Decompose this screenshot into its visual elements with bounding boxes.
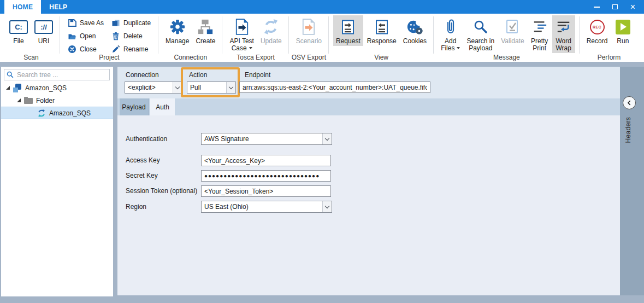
maximize-icon [612, 4, 618, 9]
authentication-select[interactable]: AWS Signature [201, 133, 332, 145]
ribbon-group-perform: REC Record Run Perform [580, 14, 639, 62]
tree-item-project-root[interactable]: Amazon_SQS [1, 81, 113, 94]
paperclip-icon [444, 19, 457, 35]
ribbon-group-scan: C: File :// URI Scan [2, 14, 60, 62]
minimize-icon [594, 7, 600, 8]
manage-label: Manage [166, 38, 189, 45]
dropdown-caret-icon [249, 47, 252, 49]
tree-item-folder[interactable]: Folder [1, 94, 113, 107]
access-key-input[interactable] [201, 155, 331, 166]
endpoint-field-label: Endpoint [245, 71, 270, 79]
maximize-button[interactable] [606, 0, 624, 14]
add-files-button[interactable]: Add Files [438, 15, 463, 53]
session-token-input[interactable] [201, 185, 331, 197]
manage-button[interactable]: Manage [163, 15, 192, 46]
tree-search-input[interactable] [16, 71, 107, 79]
headers-rail[interactable]: Headers [620, 67, 644, 295]
action-dropdown-arrow[interactable] [226, 82, 235, 93]
file-button[interactable]: C: File [7, 15, 31, 46]
duplicate-button[interactable]: Duplicate [110, 16, 152, 30]
chevron-down-icon [175, 84, 180, 89]
uri-scan-icon: :// [34, 20, 53, 34]
word-wrap-label-2: Wrap [556, 45, 571, 52]
uri-button-label: URI [38, 38, 50, 45]
chevron-left-icon [626, 100, 633, 106]
update-label: Update [261, 38, 282, 45]
pencil-icon [111, 45, 120, 54]
connection-select-value: <explicit> [125, 82, 173, 93]
cookies-label: Cookies [403, 38, 427, 45]
tree-item-amazon-sqs[interactable]: Amazon_SQS [1, 107, 113, 119]
run-label: Run [617, 38, 629, 45]
group-label-tosca-export: Tosca Export [222, 54, 288, 61]
save-icon [68, 19, 76, 27]
endpoint-input[interactable] [239, 81, 430, 93]
cookie-icon [406, 19, 423, 35]
group-label-message: Message [434, 54, 580, 61]
api-test-case-button[interactable]: API Test Case [227, 15, 256, 53]
pretty-print-button[interactable]: Pretty Print [528, 15, 551, 53]
delete-button[interactable]: Delete [110, 30, 152, 43]
close-button[interactable]: × [624, 0, 642, 14]
connection-field-label: Connection [126, 71, 159, 79]
open-button[interactable]: Open [66, 30, 105, 43]
create-button[interactable]: Create [193, 15, 218, 46]
create-label: Create [196, 38, 215, 45]
ribbon-group-view: Request Response [329, 14, 434, 62]
refresh-icon [263, 19, 279, 35]
region-label: Region [126, 203, 146, 211]
window-controls: × [588, 0, 644, 14]
dropdown-caret-icon [457, 47, 460, 49]
update-button: Update [258, 15, 285, 46]
close-label: Close [80, 45, 97, 53]
region-select[interactable]: US East (Ohio) [201, 201, 332, 213]
action-select[interactable]: Pull [187, 81, 236, 94]
ribbon-group-osv-export: Scenario OSV Export [289, 14, 329, 62]
expander-icon[interactable] [17, 98, 21, 102]
tab-auth[interactable]: Auth [150, 98, 175, 115]
app-window: HOME HELP × C: File :// URI Scan [0, 0, 644, 303]
file-icon-text: C: [15, 23, 22, 31]
close-circle-icon [68, 45, 76, 54]
project-tree: Amazon_SQS Folder Amazon_SQS [1, 81, 113, 119]
headers-collapse-button[interactable] [623, 96, 636, 109]
connection-dropdown-arrow[interactable] [173, 82, 182, 93]
secret-key-label: Secret Key [126, 172, 158, 179]
folder-icon [24, 97, 33, 104]
cookies-button[interactable]: Cookies [400, 15, 429, 46]
payload-auth-tab-strip: Payload Auth [117, 98, 620, 115]
request-label: Request [336, 38, 361, 45]
ribbon-group-tosca-export: API Test Case Update Tosca Export [222, 14, 288, 62]
tab-payload-label: Payload [122, 103, 145, 111]
tab-help[interactable]: HELP [41, 0, 75, 14]
region-dropdown-arrow[interactable] [322, 201, 332, 212]
project-root-icon [13, 84, 22, 92]
tab-payload[interactable]: Payload [120, 98, 149, 115]
save-as-button[interactable]: Save As [66, 16, 105, 30]
search-in-payload-button[interactable]: Search in Payload [464, 15, 497, 53]
session-token-label: Session Token (optional) [126, 187, 197, 195]
file-scan-icon: C: [9, 20, 28, 34]
record-button[interactable]: REC Record [584, 15, 611, 46]
authentication-dropdown-arrow[interactable] [322, 133, 332, 144]
delete-label: Delete [123, 32, 143, 40]
gear-icon [169, 19, 186, 35]
secret-key-input[interactable] [201, 170, 331, 182]
uri-button[interactable]: :// URI [32, 15, 56, 46]
connection-select[interactable]: <explicit> [125, 81, 182, 94]
tab-home[interactable]: HOME [4, 0, 41, 14]
expander-icon[interactable] [6, 86, 10, 90]
action-field-label: Action [189, 71, 207, 79]
trash-icon [111, 32, 120, 40]
word-wrap-button[interactable]: Word Wrap [552, 15, 575, 53]
run-button[interactable]: Run [611, 15, 634, 46]
tree-search-box[interactable] [4, 69, 110, 80]
access-key-label: Access Key [126, 156, 160, 164]
validate-button: Validate [498, 15, 527, 46]
ribbon: C: File :// URI Scan Save As Open [0, 14, 644, 62]
scenario-label: Scenario [296, 38, 322, 45]
api-test-case-label-2: Case [232, 44, 247, 52]
response-button[interactable]: Response [364, 15, 399, 46]
minimize-button[interactable] [588, 0, 606, 14]
request-button[interactable]: Request [333, 15, 363, 46]
